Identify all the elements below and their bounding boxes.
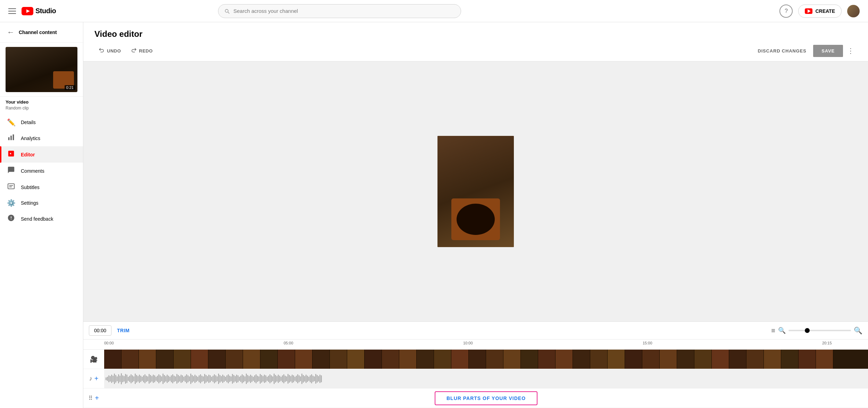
hamburger-menu[interactable]: [8, 8, 16, 14]
video-track-content[interactable]: [104, 350, 868, 369]
waveform-bar: [251, 376, 252, 382]
waveform-bar: [224, 376, 225, 382]
sidebar-item-details[interactable]: ✏️ Details: [0, 115, 83, 130]
waveform-bar: [135, 374, 136, 384]
waveform-bar: [151, 376, 152, 382]
waveform-bar: [217, 376, 218, 381]
timeline-ruler: 00:00 05:00 10:00 15:00 20:15: [83, 340, 868, 350]
svg-rect-5: [8, 184, 14, 189]
film-frame: [399, 350, 417, 369]
timeline-menu-icon[interactable]: ≡: [771, 327, 775, 335]
sidebar-subtitles-label: Subtitles: [21, 185, 40, 190]
waveform-bar: [275, 375, 276, 383]
waveform-bar: [311, 374, 312, 383]
waveform-bar: [132, 375, 133, 382]
video-track-row: 🎥: [83, 350, 868, 369]
redo-button[interactable]: REDO: [126, 46, 157, 56]
film-frame: [503, 350, 521, 369]
sidebar-item-comments[interactable]: Comments: [0, 163, 83, 179]
preview-turntable: [451, 198, 500, 240]
sidebar-editor-label: Editor: [21, 152, 35, 157]
waveform-bar: [226, 375, 227, 382]
undo-button[interactable]: UNDO: [94, 46, 125, 56]
editor-toolbar: UNDO REDO DISCARD CHANGES SAVE ⋮: [94, 44, 857, 61]
avatar[interactable]: [847, 5, 860, 17]
search-bar[interactable]: [218, 4, 461, 18]
audio-waveform: [104, 369, 868, 388]
waveform-bar: [210, 375, 211, 382]
film-frame: [538, 350, 556, 369]
sidebar-item-label: Details: [21, 120, 36, 125]
waveform-bars: [106, 373, 867, 384]
channel-content-header[interactable]: ← Channel content: [0, 22, 83, 43]
waveform-bar: [150, 375, 151, 383]
video-info: Your video Random clip: [0, 97, 83, 115]
waveform-bar: [147, 376, 148, 381]
preview-bg: [437, 136, 514, 247]
waveform-bar: [186, 374, 187, 383]
waveform-bar: [110, 376, 111, 382]
waveform-bar: [190, 374, 191, 384]
create-button[interactable]: CREATE: [798, 5, 842, 18]
logo[interactable]: Studio: [22, 7, 56, 15]
waveform-bar: [131, 374, 132, 383]
sidebar: ← Channel content 0:21 Your video Random…: [0, 22, 83, 408]
waveform-bar: [143, 375, 144, 382]
zoom-in-icon[interactable]: 🔍: [854, 326, 862, 335]
waveform-bar: [112, 376, 114, 382]
video-track-label: 🎥: [83, 356, 104, 363]
search-input[interactable]: [233, 8, 455, 14]
waveform-bar: [294, 377, 295, 381]
waveform-bar: [114, 374, 115, 384]
zoom-slider[interactable]: [788, 330, 851, 331]
film-frame: [590, 350, 608, 369]
audio-add-button[interactable]: +: [94, 375, 99, 383]
waveform-bar: [240, 376, 241, 382]
audio-track-label: ♪ +: [83, 375, 104, 383]
waveform-bar: [318, 376, 319, 382]
waveform-bar: [264, 375, 265, 383]
waveform-bar: [164, 375, 165, 383]
waveform-bar: [297, 374, 298, 383]
waveform-bar: [244, 376, 245, 381]
ruler-mark-1: 05:00: [284, 341, 293, 345]
trim-button[interactable]: TRIM: [117, 328, 130, 333]
ruler-mark-2: 10:00: [463, 341, 473, 345]
sidebar-item-analytics[interactable]: Analytics: [0, 130, 83, 146]
nav-items: ✏️ Details Analytics Editor Comments: [0, 115, 83, 408]
timeline-controls: 00:00 TRIM ≡ 🔍 🔍: [83, 322, 868, 340]
blur-cta-button[interactable]: BLUR PARTS OF YOUR VIDEO: [435, 391, 537, 405]
discard-button[interactable]: DISCARD CHANGES: [752, 46, 812, 56]
waveform-bar: [300, 376, 301, 381]
zoom-out-icon[interactable]: 🔍: [778, 327, 786, 334]
waveform-bar: [149, 374, 150, 384]
waveform-bar: [261, 375, 262, 383]
time-display[interactable]: 00:00: [89, 325, 111, 336]
help-button[interactable]: ?: [779, 5, 793, 18]
video-duration: 0:21: [65, 85, 75, 90]
waveform-bar: [119, 376, 120, 382]
save-button[interactable]: SAVE: [813, 45, 843, 57]
sidebar-item-subtitles[interactable]: Subtitles: [0, 179, 83, 195]
more-options-button[interactable]: ⋮: [844, 44, 857, 57]
waveform-bar: [214, 374, 215, 383]
video-thumbnail-container: 0:21: [0, 43, 83, 97]
waveform-bar: [243, 375, 244, 382]
film-frame: [382, 350, 399, 369]
waveform-bar: [225, 377, 226, 381]
waveform-bar: [310, 375, 311, 382]
film-frame: [764, 350, 781, 369]
film-frame: [729, 350, 746, 369]
sidebar-item-settings[interactable]: ⚙️ Settings: [0, 195, 83, 211]
sidebar-item-editor[interactable]: Editor: [0, 146, 83, 163]
blur-add-button[interactable]: +: [95, 394, 99, 402]
waveform-bar: [258, 376, 259, 381]
waveform-bar: [176, 374, 177, 384]
waveform-bar: [307, 376, 308, 382]
waveform-bar: [200, 374, 201, 383]
video-thumbnail[interactable]: 0:21: [6, 47, 77, 92]
waveform-bar: [218, 374, 219, 384]
sidebar-item-feedback[interactable]: Send feedback: [0, 211, 83, 227]
sidebar-analytics-label: Analytics: [21, 136, 40, 141]
audio-track-content[interactable]: [104, 369, 868, 388]
